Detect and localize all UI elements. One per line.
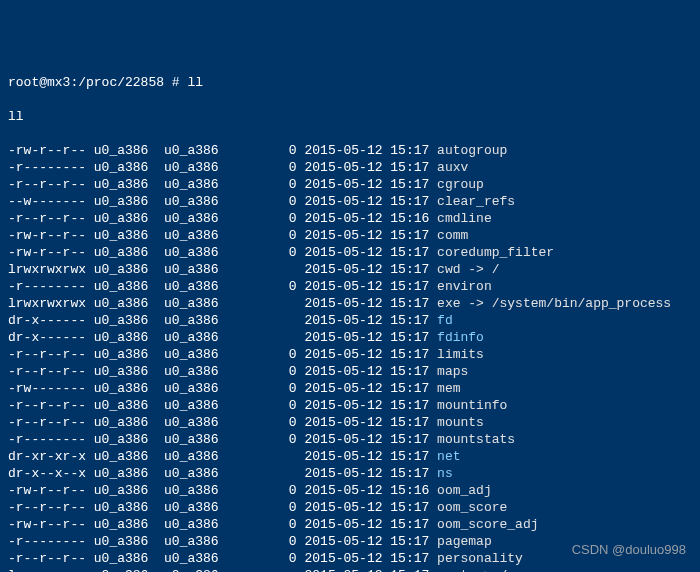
listing-row: -r--r--r-- u0_a386 u0_a386 0 2015-05-12 … <box>8 346 692 363</box>
group: u0_a386 <box>156 500 218 515</box>
time: 15:17 <box>383 364 438 379</box>
group: u0_a386 <box>156 296 218 311</box>
date: 2015-05-12 <box>297 194 383 209</box>
owner: u0_a386 <box>86 364 156 379</box>
filename: fdinfo <box>437 330 484 345</box>
filename: oom_score <box>437 500 507 515</box>
owner: u0_a386 <box>86 568 156 572</box>
listing-row: -r--r--r-- u0_a386 u0_a386 0 2015-05-12 … <box>8 176 692 193</box>
filename: exe -> /system/bin/app_process <box>437 296 671 311</box>
filename: mounts <box>437 415 484 430</box>
date: 2015-05-12 <box>297 347 383 362</box>
owner: u0_a386 <box>86 143 156 158</box>
filename: auxv <box>437 160 468 175</box>
listing-row: -r-------- u0_a386 u0_a386 0 2015-05-12 … <box>8 159 692 176</box>
owner: u0_a386 <box>86 466 156 481</box>
date: 2015-05-12 <box>297 177 383 192</box>
filename: clear_refs <box>437 194 515 209</box>
perm: -r--r--r-- <box>8 398 86 413</box>
time: 15:17 <box>383 517 438 532</box>
size <box>219 296 297 311</box>
owner: u0_a386 <box>86 449 156 464</box>
listing-row: -r--r--r-- u0_a386 u0_a386 0 2015-05-12 … <box>8 210 692 227</box>
size: 0 <box>219 211 297 226</box>
size <box>219 330 297 345</box>
listing-row: -r--r--r-- u0_a386 u0_a386 0 2015-05-12 … <box>8 499 692 516</box>
time: 15:17 <box>383 194 438 209</box>
listing-row: lrwxrwxrwx u0_a386 u0_a386 2015-05-12 15… <box>8 261 692 278</box>
group: u0_a386 <box>156 279 218 294</box>
date: 2015-05-12 <box>297 228 383 243</box>
filename: cwd -> / <box>437 262 499 277</box>
listing-row: -rw-r--r-- u0_a386 u0_a386 0 2015-05-12 … <box>8 482 692 499</box>
size: 0 <box>219 364 297 379</box>
perm: -rw------- <box>8 381 86 396</box>
owner: u0_a386 <box>86 432 156 447</box>
perm: -rw-r--r-- <box>8 228 86 243</box>
date: 2015-05-12 <box>297 330 383 345</box>
filename: pagemap <box>437 534 492 549</box>
owner: u0_a386 <box>86 245 156 260</box>
size: 0 <box>219 228 297 243</box>
command-echo: ll <box>8 108 692 125</box>
owner: u0_a386 <box>86 211 156 226</box>
time: 15:17 <box>383 279 438 294</box>
size: 0 <box>219 381 297 396</box>
time: 15:17 <box>383 415 438 430</box>
size: 0 <box>219 534 297 549</box>
group: u0_a386 <box>156 449 218 464</box>
listing-row: lrwxrwxrwx u0_a386 u0_a386 2015-05-12 15… <box>8 295 692 312</box>
filename: root -> / <box>437 568 507 572</box>
filename: ns <box>437 466 453 481</box>
owner: u0_a386 <box>86 194 156 209</box>
date: 2015-05-12 <box>297 245 383 260</box>
date: 2015-05-12 <box>297 381 383 396</box>
date: 2015-05-12 <box>297 296 383 311</box>
perm: -r--r--r-- <box>8 347 86 362</box>
size: 0 <box>219 517 297 532</box>
perm: dr-xr-xr-x <box>8 449 86 464</box>
time: 15:17 <box>383 245 438 260</box>
group: u0_a386 <box>156 432 218 447</box>
time: 15:17 <box>383 398 438 413</box>
owner: u0_a386 <box>86 347 156 362</box>
size: 0 <box>219 143 297 158</box>
perm: -r-------- <box>8 279 86 294</box>
size: 0 <box>219 500 297 515</box>
time: 15:17 <box>383 296 438 311</box>
filename: personality <box>437 551 523 566</box>
time: 15:17 <box>383 381 438 396</box>
size: 0 <box>219 483 297 498</box>
listing-row: -r-------- u0_a386 u0_a386 0 2015-05-12 … <box>8 278 692 295</box>
group: u0_a386 <box>156 228 218 243</box>
size <box>219 568 297 572</box>
date: 2015-05-12 <box>297 534 383 549</box>
listing-row: dr-x------ u0_a386 u0_a386 2015-05-12 15… <box>8 312 692 329</box>
date: 2015-05-12 <box>297 313 383 328</box>
owner: u0_a386 <box>86 160 156 175</box>
owner: u0_a386 <box>86 313 156 328</box>
listing-row: -r--r--r-- u0_a386 u0_a386 0 2015-05-12 … <box>8 397 692 414</box>
group: u0_a386 <box>156 330 218 345</box>
owner: u0_a386 <box>86 279 156 294</box>
owner: u0_a386 <box>86 551 156 566</box>
listing-row: -rw-r--r-- u0_a386 u0_a386 0 2015-05-12 … <box>8 227 692 244</box>
perm: -rw-r--r-- <box>8 517 86 532</box>
listing-row: dr-x------ u0_a386 u0_a386 2015-05-12 15… <box>8 329 692 346</box>
time: 15:17 <box>383 347 438 362</box>
size <box>219 313 297 328</box>
date: 2015-05-12 <box>297 211 383 226</box>
listing-row: -r--r--r-- u0_a386 u0_a386 0 2015-05-12 … <box>8 363 692 380</box>
date: 2015-05-12 <box>297 262 383 277</box>
size: 0 <box>219 245 297 260</box>
date: 2015-05-12 <box>297 364 383 379</box>
date: 2015-05-12 <box>297 415 383 430</box>
date: 2015-05-12 <box>297 568 383 572</box>
group: u0_a386 <box>156 160 218 175</box>
filename: fd <box>437 313 453 328</box>
file-listing: -rw-r--r-- u0_a386 u0_a386 0 2015-05-12 … <box>8 142 692 572</box>
group: u0_a386 <box>156 483 218 498</box>
filename: limits <box>437 347 484 362</box>
owner: u0_a386 <box>86 483 156 498</box>
owner: u0_a386 <box>86 500 156 515</box>
